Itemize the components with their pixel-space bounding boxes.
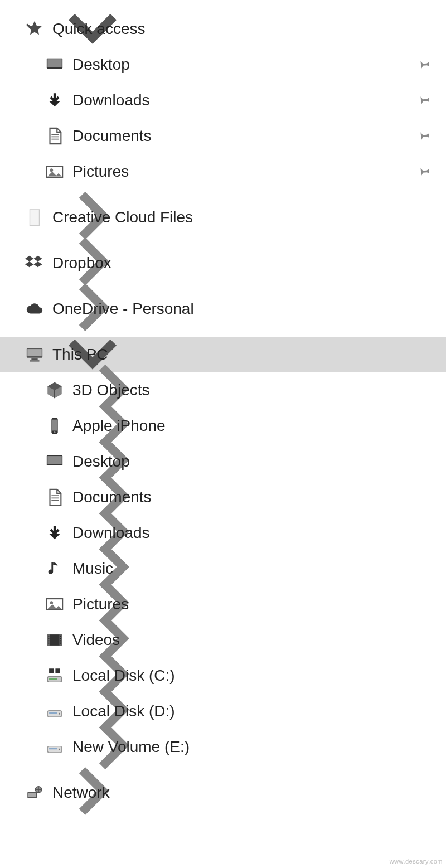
tree-item-downloads[interactable]: · Downloads [0,83,446,118]
tree-label: Documents [72,127,433,145]
tree-item-quick-access[interactable]: Quick access [0,11,446,47]
tree-label: Network [52,784,433,802]
tree-item-desktop[interactable]: · Desktop [0,47,446,83]
tree-label: Downloads [72,91,433,109]
network-icon [25,783,45,803]
chevron-right-icon[interactable] [9,749,25,836]
download-icon [45,90,65,110]
tree-label: Desktop [72,56,433,74]
tree-item-network[interactable]: Network [0,775,446,811]
quick-access-icon [25,19,45,39]
desktop-icon [45,55,65,75]
tree-item-documents[interactable]: · Documents [0,118,446,154]
document-icon [45,126,65,146]
navigation-tree: Quick access · Desktop · Downloads · Doc… [0,0,446,844]
tree-label: Quick access [52,20,433,38]
